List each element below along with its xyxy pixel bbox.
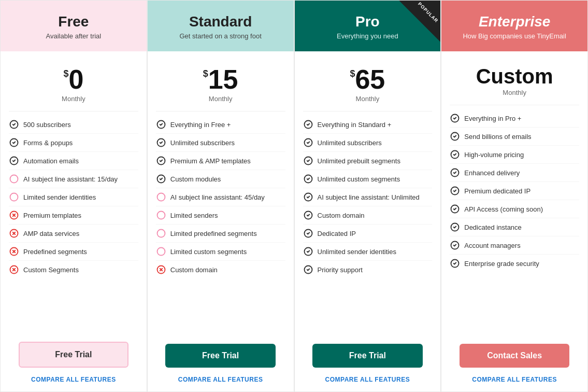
feature-text: Limited senders [170, 212, 218, 219]
cta-button-free[interactable]: Free Trial [19, 342, 128, 368]
price-section-standard: $15Monthly [156, 60, 285, 111]
feature-text: AI subject line assistant: 45/day [170, 193, 265, 201]
feature-icon-check [450, 131, 460, 142]
feature-item: AI subject line assistant: Unlimited [303, 188, 433, 206]
price-period-standard: Monthly [156, 95, 285, 103]
feature-icon-check [303, 119, 313, 130]
compare-link-pro[interactable]: COMPARE ALL FEATURES [303, 372, 433, 385]
feature-icon-check [450, 222, 460, 232]
price-dollar-pro: $ [350, 69, 355, 78]
price-section-pro: $65Monthly [303, 60, 433, 111]
feature-text: Unlimited subscribers [170, 139, 235, 147]
plan-tagline-enterprise: How Big companies use TinyEmail [463, 32, 566, 40]
feature-icon-check [156, 119, 166, 130]
feature-item: Custom domain [303, 206, 433, 225]
price-amount-pro: $65 [303, 66, 433, 93]
feature-item: Limited custom segments [156, 243, 285, 261]
feature-text: Custom domain [318, 212, 365, 219]
cta-button-pro[interactable]: Free Trial [312, 344, 422, 368]
cta-button-enterprise[interactable]: Contact Sales [460, 344, 569, 368]
price-number-standard: 15 [208, 66, 238, 93]
feature-text: Custom modules [170, 175, 221, 183]
feature-item: AI subject line assistant: 45/day [156, 188, 285, 206]
feature-text: Limited sender identities [23, 193, 96, 201]
feature-item: Limited sender identities [9, 188, 138, 206]
feature-text: Priority support [318, 266, 363, 274]
feature-text: Unlimited sender identities [318, 248, 396, 256]
feature-icon-check [450, 149, 460, 160]
btn-section-pro: Free Trial [303, 338, 433, 372]
feature-icon-check [156, 156, 166, 166]
plan-name-enterprise: Enterprise [479, 13, 551, 30]
feature-text: Enterprise grade security [464, 260, 539, 268]
compare-link-free[interactable]: COMPARE ALL FEATURES [9, 372, 138, 385]
feature-icon-circle-pink [156, 192, 166, 202]
plan-tagline-free: Available after trial [46, 32, 102, 40]
feature-item: Enterprise grade security [450, 255, 579, 272]
feature-item: Custom modules [156, 170, 285, 188]
feature-icon-check [303, 174, 313, 184]
feature-text: Predefined segments [23, 248, 87, 256]
feature-item: Account managers [450, 236, 579, 255]
feature-item: Premium & AMP templates [156, 152, 285, 170]
price-number-pro: 65 [355, 66, 385, 93]
feature-icon-check [9, 119, 19, 130]
feature-text: Custom Segments [23, 266, 79, 274]
feature-item: Everything in Free + [156, 116, 285, 134]
btn-section-enterprise: Contact Sales [450, 338, 579, 372]
feature-icon-check [450, 186, 460, 196]
svg-point-3 [10, 175, 18, 183]
feature-icon-check [303, 156, 313, 166]
feature-text: Dedicated instance [464, 223, 522, 231]
plan-name-free: Free [58, 13, 89, 30]
plan-card-free: FreeAvailable after trial$0Monthly500 su… [0, 0, 147, 392]
feature-item: Limited predefined segments [156, 225, 285, 243]
feature-text: Custom domain [170, 266, 218, 274]
compare-link-standard[interactable]: COMPARE ALL FEATURES [156, 372, 285, 385]
plan-card-standard: StandardGet started on a strong foot$15M… [147, 0, 294, 392]
feature-item: High-volume pricing [450, 146, 579, 164]
feature-text: Premium dedicated IP [464, 187, 530, 195]
feature-item: Priority support [303, 261, 433, 278]
feature-item: Unlimited prebuilt segments [303, 152, 433, 170]
feature-text: Forms & popups [23, 139, 73, 147]
features-list-pro: Everything in Standard +Unlimited subscr… [303, 111, 433, 338]
popular-badge: POPULAR [399, 1, 440, 42]
plan-body-pro: $65MonthlyEverything in Standard +Unlimi… [295, 51, 441, 391]
price-number-free: 0 [68, 66, 83, 93]
feature-item: Predefined segments [9, 243, 138, 261]
feature-item: Send billions of emails [450, 128, 579, 146]
feature-text: Account managers [464, 242, 520, 249]
feature-item: AMP data services [9, 225, 138, 243]
feature-item: Dedicated instance [450, 218, 579, 236]
feature-icon-x-red [9, 246, 19, 257]
price-amount-free: $0 [9, 66, 138, 93]
plan-header-enterprise: EnterpriseHow Big companies use TinyEmai… [441, 1, 587, 51]
feature-icon-check [9, 156, 19, 166]
feature-icon-check [303, 228, 313, 239]
feature-text: AI subject line assistant: 15/day [23, 175, 118, 183]
plan-header-pro: ProEverything you needPOPULAR [295, 1, 441, 51]
plan-header-standard: StandardGet started on a strong foot [148, 1, 294, 51]
feature-icon-check [303, 246, 313, 257]
feature-icon-check [303, 210, 313, 220]
plan-body-free: $0Monthly500 subscribersForms & popupsAu… [1, 51, 147, 391]
price-period-pro: Monthly [303, 95, 433, 103]
feature-item: Everything in Pro + [450, 109, 579, 128]
feature-text: Premium templates [23, 212, 81, 219]
svg-point-22 [157, 212, 165, 219]
feature-icon-check [303, 264, 313, 275]
feature-text: Limited custom segments [170, 248, 247, 256]
plan-tagline-standard: Get started on a strong foot [179, 32, 261, 40]
feature-text: Everything in Pro + [464, 115, 521, 122]
features-list-standard: Everything in Free +Unlimited subscriber… [156, 111, 285, 338]
plan-body-enterprise: CustomMonthlyEverything in Pro +Send bil… [441, 51, 587, 391]
compare-link-enterprise[interactable]: COMPARE ALL FEATURES [450, 372, 579, 385]
feature-icon-x-red [9, 264, 19, 275]
feature-icon-circle-pink [156, 210, 166, 220]
feature-icon-x-red [9, 228, 19, 239]
cta-button-standard[interactable]: Free Trial [165, 344, 275, 368]
feature-icon-x-red [9, 210, 19, 220]
price-period-free: Monthly [9, 95, 138, 103]
feature-text: AI subject line assistant: Unlimited [318, 193, 420, 201]
